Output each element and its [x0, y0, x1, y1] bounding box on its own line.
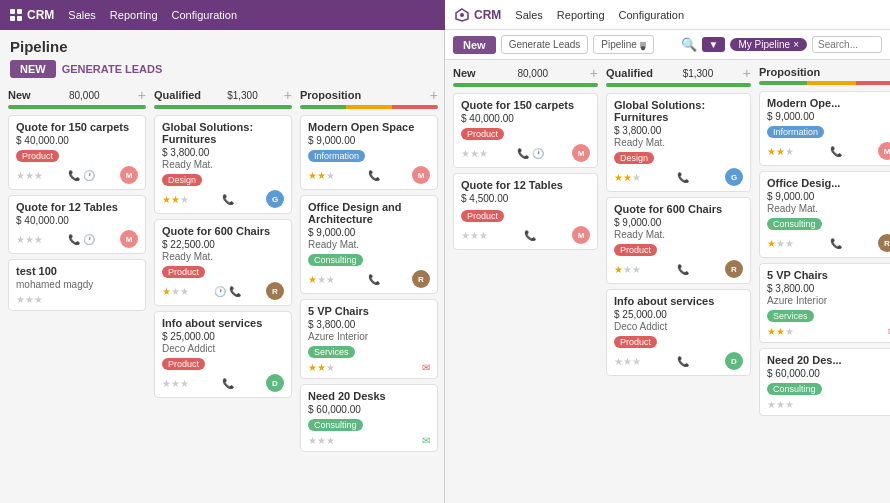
col-title-proposition: Proposition	[300, 89, 361, 101]
card-amount: $ 9,000.00	[308, 135, 430, 146]
card-amount: $ 22,500.00	[162, 239, 284, 250]
left-panel-header: Pipeline NEW GENERATE LEADS	[0, 30, 444, 82]
card-amount: $ 60,000.00	[767, 368, 890, 379]
kanban-card[interactable]: 5 VP Chairs $ 3,800.00 Azure Interior Se…	[759, 263, 890, 343]
right-col-header-qualified: Qualified $1,300 +	[606, 66, 751, 80]
bar-red-r	[856, 81, 890, 85]
card-stars: ★★★	[767, 238, 794, 249]
card-icons: 📞	[368, 170, 380, 181]
left-panel-title: Pipeline	[10, 38, 434, 55]
card-amount: $ 40,000.00	[461, 113, 590, 124]
kanban-card[interactable]: Info about services $ 25,000.00 Deco Add…	[154, 311, 292, 398]
card-footer: ★★★ 📞 🕐 M	[16, 166, 138, 184]
card-title: test 100	[16, 265, 138, 277]
right-pipeline-button[interactable]: Pipeline ●	[593, 35, 654, 54]
kanban-card[interactable]: Quote for 12 Tables $ 40,000.00 ★★★ 📞 🕐 …	[8, 195, 146, 254]
card-sub: Ready Mat.	[162, 251, 284, 262]
right-col-add-qualified[interactable]: +	[743, 66, 751, 80]
my-pipeline-close[interactable]: ×	[793, 39, 799, 50]
left-col-qualified: Qualified $1,300 + Global Solutions: Fur…	[154, 88, 292, 497]
card-stars: ★★★	[461, 148, 488, 159]
kanban-card[interactable]: Quote for 600 Chairs $ 22,500.00 Ready M…	[154, 219, 292, 306]
card-title: Quote for 150 carpets	[461, 99, 590, 111]
kanban-card[interactable]: Modern Ope... $ 9,000.00 Information ★★★…	[759, 91, 890, 166]
kanban-card[interactable]: Quote for 150 carpets $ 40,000.00 Produc…	[8, 115, 146, 190]
right-col-title-proposition: Proposition	[759, 66, 820, 78]
kanban-card[interactable]: Modern Open Space $ 9,000.00 Information…	[300, 115, 438, 190]
avatar: R	[878, 234, 890, 252]
left-nav-logo: CRM	[10, 8, 54, 22]
kanban-card[interactable]: Global Solutions: Furnitures $ 3,800.00 …	[606, 93, 751, 192]
right-col-amount-qualified: $1,300	[683, 68, 714, 79]
my-pipeline-badge[interactable]: My Pipeline ×	[730, 38, 807, 51]
card-tag: Information	[308, 150, 365, 162]
avatar: M	[572, 144, 590, 162]
clock-icon: 🕐	[83, 170, 95, 181]
phone-icon: 📞	[677, 172, 689, 183]
left-col-proposition: Proposition + Modern Open Space $ 9,000.…	[300, 88, 438, 497]
card-stars: ★★★	[16, 170, 43, 181]
card-tag: Services	[767, 310, 814, 322]
phone-icon: 📞	[830, 146, 842, 157]
bar-orange-r	[807, 81, 855, 85]
left-nav-reporting[interactable]: Reporting	[110, 9, 158, 21]
card-tag: Consulting	[308, 419, 363, 431]
right-col-title-qualified: Qualified	[606, 67, 653, 79]
card-title: Quote for 600 Chairs	[162, 225, 284, 237]
left-new-button[interactable]: NEW	[10, 60, 56, 78]
avatar: R	[412, 270, 430, 288]
card-footer: ★★★ 📞 D	[614, 352, 743, 370]
kanban-card[interactable]: Quote for 600 Chairs $ 9,000.00 Ready Ma…	[606, 197, 751, 284]
filter-button[interactable]: ▼	[702, 37, 726, 52]
card-stars: ★★★	[162, 194, 189, 205]
kanban-card[interactable]: Need 20 Des... $ 60,000.00 Consulting ★★…	[759, 348, 890, 416]
col-add-qualified[interactable]: +	[284, 88, 292, 102]
kanban-card[interactable]: Info about services $ 25,000.00 Deco Add…	[606, 289, 751, 376]
right-new-button[interactable]: New	[453, 36, 496, 54]
card-sub: Azure Interior	[308, 331, 430, 342]
right-nav-sales[interactable]: Sales	[515, 9, 543, 21]
card-sub: Ready Mat.	[767, 203, 890, 214]
card-tag: Services	[308, 346, 355, 358]
kanban-card[interactable]: Need 20 Desks $ 60,000.00 Consulting ★★★…	[300, 384, 438, 452]
kanban-card[interactable]: Quote for 12 Tables $ 4,500.00 Product ★…	[453, 173, 598, 250]
phone-icon: 📞	[222, 194, 234, 205]
card-tag: Product	[614, 336, 657, 348]
pipeline-dot: ●	[640, 42, 646, 48]
card-tag: Product	[614, 244, 657, 256]
card-amount: $ 4,500.00	[461, 193, 590, 204]
kanban-card[interactable]: Office Design and Architecture $ 9,000.0…	[300, 195, 438, 294]
left-generate-button[interactable]: GENERATE LEADS	[62, 63, 163, 75]
card-title: Need 20 Desks	[308, 390, 430, 402]
right-nav-configuration[interactable]: Configuration	[619, 9, 684, 21]
card-stars: ★★★	[614, 356, 641, 367]
card-amount: $ 40,000.00	[16, 135, 138, 146]
card-title: 5 VP Chairs	[767, 269, 890, 281]
card-icons: 📞	[830, 146, 842, 157]
left-nav-configuration[interactable]: Configuration	[172, 9, 237, 21]
card-stars: ★★★	[308, 170, 335, 181]
card-title: Global Solutions: Furnitures	[162, 121, 284, 145]
avatar: G	[725, 168, 743, 186]
kanban-card[interactable]: test 100 mohamed magdy ★★★	[8, 259, 146, 311]
phone-icon: 📞	[677, 264, 689, 275]
left-nav-sales[interactable]: Sales	[68, 9, 96, 21]
card-tag: Consulting	[767, 218, 822, 230]
kanban-card[interactable]: 5 VP Chairs $ 3,800.00 Azure Interior Se…	[300, 299, 438, 379]
col-add-proposition[interactable]: +	[430, 88, 438, 102]
col-bar-proposition	[300, 105, 438, 109]
search-button[interactable]: 🔍	[681, 37, 697, 52]
right-nav-crm-label: CRM	[474, 8, 501, 22]
right-col-add-new[interactable]: +	[590, 66, 598, 80]
col-add-new[interactable]: +	[138, 88, 146, 102]
col-title-new: New	[8, 89, 31, 101]
kanban-card[interactable]: Quote for 150 carpets $ 40,000.00 Produc…	[453, 93, 598, 168]
search-input[interactable]	[812, 36, 882, 53]
right-generate-button[interactable]: Generate Leads	[501, 35, 589, 54]
card-tag: Design	[614, 152, 654, 164]
kanban-card[interactable]: Office Desig... $ 9,000.00 Ready Mat. Co…	[759, 171, 890, 258]
left-col-new: New 80,000 + Quote for 150 carpets $ 40,…	[8, 88, 146, 497]
kanban-card[interactable]: Global Solutions: Furnitures $ 3,800.00 …	[154, 115, 292, 214]
card-footer: ★★★ 📞 M	[308, 166, 430, 184]
right-nav-reporting[interactable]: Reporting	[557, 9, 605, 21]
